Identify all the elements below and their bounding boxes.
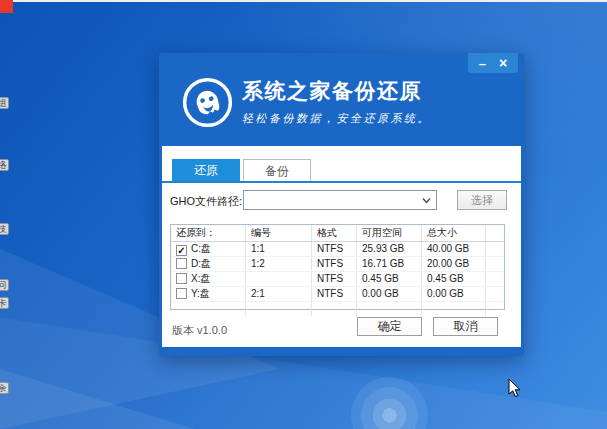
tab-underline [162, 181, 521, 183]
cell-free: 16.71 GB [357, 257, 422, 271]
row-checkbox[interactable] [176, 288, 187, 299]
desktop-icon-fragment[interactable]: 技 [0, 223, 9, 235]
desktop-icon-fragment[interactable]: 卡 [0, 297, 9, 309]
column-header-total-size: 总大小 [422, 225, 486, 241]
cell-drive: X:盘 [171, 272, 246, 286]
cell-drive: Y:盘 [171, 287, 246, 301]
ghost-logo-icon [182, 77, 233, 128]
cell-total: 20.00 GB [422, 257, 486, 271]
cell-fs: NTFS [312, 242, 357, 256]
table-row[interactable]: D:盘1:2NTFS16.71 GB20.00 GB [171, 257, 504, 272]
ok-button[interactable]: 确定 [357, 317, 422, 336]
column-header-empty [486, 225, 504, 241]
row-checkbox-checked[interactable]: ✓ [176, 245, 187, 256]
table-row[interactable]: X:盘NTFS0.45 GB0.45 GB [171, 272, 504, 287]
cell-total: 40.00 GB [422, 242, 486, 256]
cell-drive: D:盘 [171, 257, 246, 271]
row-checkbox[interactable] [176, 258, 187, 269]
window-controls: – × [468, 53, 518, 73]
desktop-icon-fragment[interactable]: 问 [0, 279, 9, 291]
tab-restore[interactable]: 还原 [172, 159, 240, 181]
cell-no [246, 272, 312, 286]
select-button[interactable]: 选择 [457, 190, 507, 210]
cell-no: 2:1 [246, 287, 312, 301]
top-edge-strip [0, 0, 607, 2]
cell-no: 1:2 [246, 257, 312, 271]
cell-empty [486, 272, 504, 286]
app-title: 系统之家备份还原 [242, 78, 431, 104]
cell-fs: NTFS [312, 287, 357, 301]
row-checkbox[interactable] [176, 273, 187, 284]
cancel-button[interactable]: 取消 [433, 317, 498, 336]
minimize-button[interactable]: – [479, 59, 486, 69]
restore-table-body: ✓C:盘1:1NTFS25.93 GB40.00 GBD:盘1:2NTFS16.… [171, 242, 504, 316]
close-button[interactable]: × [499, 55, 507, 71]
cell-total: 0.45 GB [422, 272, 486, 286]
cell-free: 0.00 GB [357, 287, 422, 301]
column-header-restore-to: 还原到： [171, 225, 246, 241]
table-header-row: 还原到： 编号 格式 可用空间 总大小 [171, 225, 504, 242]
desktop: { "colors": { "desktop-top": "#0c54b6", … [0, 0, 607, 429]
combo-chevron-down-icon [422, 197, 431, 204]
column-header-free-space: 可用空间 [357, 225, 422, 241]
cell-empty [486, 287, 504, 301]
mouse-cursor [508, 378, 522, 398]
cell-free: 0.45 GB [357, 272, 422, 286]
header-text: 系统之家备份还原 轻松备份数据，安全还原系统。 [242, 77, 431, 126]
desktop-icon-fragment[interactable]: 络 [0, 159, 9, 171]
cell-no: 1:1 [246, 242, 312, 256]
column-header-format: 格式 [312, 225, 357, 241]
cell-drive: ✓C:盘 [171, 242, 246, 256]
cell-total: 0.00 GB [422, 287, 486, 301]
tab-backup[interactable]: 备份 [243, 159, 311, 181]
wallpaper-glow-orb [351, 377, 428, 429]
drive-label: Y:盘 [191, 288, 210, 299]
column-header-number: 编号 [246, 225, 312, 241]
recording-indicator [0, 0, 13, 13]
window-header: 系统之家备份还原 轻松备份数据，安全还原系统。 [182, 77, 431, 128]
backup-restore-window: – × 系统之家备份还原 轻松备份数据，安全还原系统。 还原 备份 [159, 53, 524, 356]
drive-label: C:盘 [191, 243, 211, 254]
table-row[interactable]: Y:盘2:1NTFS0.00 GB0.00 GB [171, 287, 504, 302]
table-row[interactable]: ✓C:盘1:1NTFS25.93 GB40.00 GB [171, 242, 504, 257]
cell-fs: NTFS [312, 257, 357, 271]
cell-empty [486, 257, 504, 271]
desktop-icon-fragment[interactable]: 余 [0, 382, 9, 394]
cell-free: 25.93 GB [357, 242, 422, 256]
gho-path-label: GHO文件路径: [170, 194, 242, 209]
app-subtitle: 轻松备份数据，安全还原系统。 [242, 111, 431, 126]
cell-empty [486, 242, 504, 256]
version-label: 版本 v1.0.0 [172, 323, 227, 338]
table-empty-row [171, 302, 504, 316]
cell-fs: NTFS [312, 272, 357, 286]
tab-bar: 还原 备份 [172, 159, 311, 181]
window-content: 还原 备份 GHO文件路径: 选择 还原到： 编号 格式 可用空间 总大小 ✓C… [162, 146, 521, 347]
desktop-icon-fragment[interactable]: 组 [0, 97, 9, 109]
gho-path-combobox[interactable] [243, 190, 437, 210]
restore-target-table: 还原到： 编号 格式 可用空间 总大小 ✓C:盘1:1NTFS25.93 GB4… [170, 224, 505, 310]
drive-label: D:盘 [191, 258, 211, 269]
drive-label: X:盘 [191, 273, 210, 284]
